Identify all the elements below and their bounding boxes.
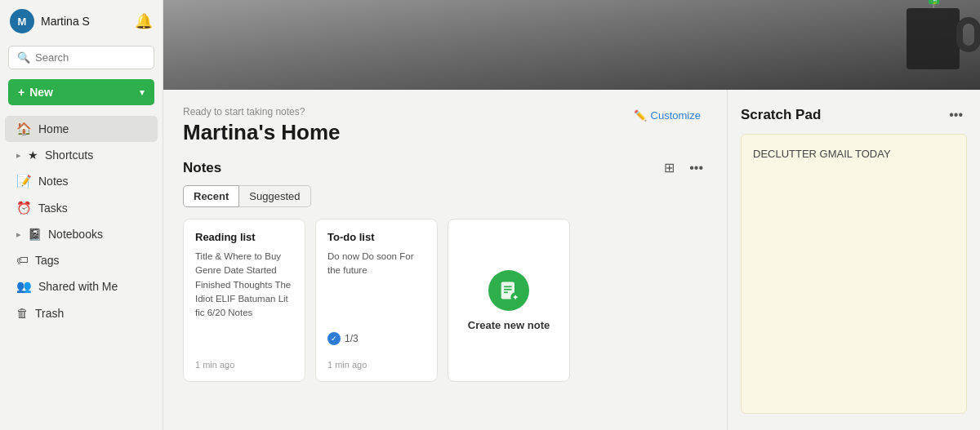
notes-grid: Reading list Title & Where to Buy Genre … — [183, 219, 707, 382]
svg-rect-0 — [163, 0, 980, 90]
checkbox-progress: 1/3 — [345, 333, 359, 344]
sidebar-item-trash-label: Trash — [35, 307, 64, 320]
shared-icon: 👥 — [16, 279, 32, 294]
sidebar-item-home[interactable]: 🏠 Home — [5, 116, 158, 142]
bell-icon[interactable]: 🔔 — [135, 12, 153, 30]
hero-banner: 🍃 — [163, 0, 980, 90]
notes-tabs: Recent Suggested — [183, 185, 707, 207]
new-plus-icon: + — [18, 86, 24, 99]
sidebar-item-tasks[interactable]: ⏰ Tasks — [5, 195, 158, 221]
customize-icon: ✏️ — [634, 109, 647, 122]
sidebar-item-notes-label: Notes — [38, 175, 69, 188]
notebooks-chevron-icon: ▸ — [16, 229, 21, 240]
sidebar: M Martina S 🔔 🔍 + New ▾ 🏠 Home ▸ ★ Short… — [0, 0, 163, 430]
page-subtitle: Ready to start taking notes? — [183, 106, 341, 117]
notes-section-title: Notes — [183, 160, 221, 176]
create-note-icon — [488, 270, 529, 311]
sidebar-item-trash[interactable]: 🗑 Trash — [5, 300, 158, 326]
note-timestamp-reading-list: 1 min ago — [195, 360, 293, 370]
search-input[interactable] — [35, 51, 145, 64]
sidebar-item-shared-label: Shared with Me — [38, 280, 118, 293]
hero-banner-image: 🍃 — [163, 0, 980, 90]
checkbox-icon: ✓ — [327, 332, 341, 345]
note-timestamp-todo-list: 1 min ago — [327, 360, 425, 370]
sidebar-header: M Martina S 🔔 — [0, 0, 163, 42]
note-content-todo-list: Do now Do soon For the future — [327, 250, 425, 291]
new-button-chevron-icon: ▾ — [140, 87, 145, 98]
scratch-pad-content[interactable]: DECLUTTER GMAIL TODAY — [741, 134, 967, 414]
shortcuts-chevron-icon: ▸ — [16, 150, 21, 161]
customize-label: Customize — [651, 109, 701, 122]
avatar: M — [10, 9, 34, 33]
page-header: Ready to start taking notes? Martina's H… — [183, 106, 707, 145]
notes-section: Ready to start taking notes? Martina's H… — [163, 90, 727, 430]
scratch-pad-more-button[interactable]: ••• — [945, 106, 967, 124]
user-name: Martina S — [41, 15, 90, 28]
sidebar-item-notes[interactable]: 📝 Notes — [5, 168, 158, 194]
note-title-todo-list: To-do list — [327, 231, 425, 243]
sidebar-nav: 🏠 Home ▸ ★ Shortcuts 📝 Notes ⏰ Tasks ▸ 📓… — [0, 112, 163, 430]
create-new-note-label: Create new note — [468, 319, 550, 331]
sidebar-item-shortcuts-label: Shortcuts — [45, 149, 93, 162]
search-icon: 🔍 — [17, 51, 30, 64]
sidebar-item-notebooks[interactable]: ▸ 📓 Notebooks — [5, 222, 158, 246]
sidebar-item-tags[interactable]: 🏷 Tags — [5, 247, 158, 273]
hero-svg: 🍃 — [163, 0, 980, 90]
notes-section-header: Notes ⊞ ••• — [183, 158, 707, 177]
tab-recent[interactable]: Recent — [183, 185, 239, 207]
scratch-pad-title: Scratch Pad — [741, 107, 821, 123]
tab-suggested[interactable]: Suggested — [239, 185, 310, 207]
customize-button[interactable]: ✏️ Customize — [627, 106, 707, 125]
notes-more-button[interactable]: ••• — [685, 159, 707, 177]
sidebar-item-tasks-label: Tasks — [38, 202, 68, 215]
tags-icon: 🏷 — [16, 253, 29, 267]
content-area: Ready to start taking notes? Martina's H… — [163, 90, 980, 430]
create-new-note-card[interactable]: Create new note — [448, 219, 570, 382]
svg-rect-1 — [906, 8, 960, 69]
page-header-left: Ready to start taking notes? Martina's H… — [183, 106, 341, 145]
note-content-reading-list: Title & Where to Buy Genre Date Started … — [195, 250, 293, 352]
search-bar[interactable]: 🔍 — [8, 46, 154, 69]
sidebar-item-shortcuts[interactable]: ▸ ★ Shortcuts — [5, 143, 158, 167]
sidebar-item-shared[interactable]: 👥 Shared with Me — [5, 273, 158, 299]
notes-icon: 📝 — [16, 174, 32, 188]
new-button-label: New — [29, 86, 53, 99]
notebooks-icon: 📓 — [28, 228, 42, 241]
new-button[interactable]: + New ▾ — [8, 79, 154, 105]
note-title-reading-list: Reading list — [195, 231, 293, 243]
trash-icon: 🗑 — [16, 306, 29, 320]
page-title: Martina's Home — [183, 120, 341, 145]
home-icon: 🏠 — [16, 122, 32, 136]
note-card-reading-list[interactable]: Reading list Title & Where to Buy Genre … — [183, 219, 305, 382]
scratch-pad-section: Scratch Pad ••• DECLUTTER GMAIL TODAY — [727, 90, 980, 430]
tasks-icon: ⏰ — [16, 201, 32, 215]
sidebar-item-notebooks-label: Notebooks — [48, 228, 103, 241]
sidebar-item-tags-label: Tags — [35, 254, 60, 267]
note-card-todo-list[interactable]: To-do list Do now Do soon For the future… — [315, 219, 438, 382]
scratch-pad-header: Scratch Pad ••• — [741, 106, 967, 124]
shortcuts-icon: ★ — [28, 149, 38, 162]
notes-grid-view-button[interactable]: ⊞ — [660, 158, 679, 177]
notes-section-actions: ⊞ ••• — [660, 158, 707, 177]
note-checkbox-row: ✓ 1/3 — [327, 332, 425, 345]
main-content: 🍃 Ready to start taking notes? Martina's… — [163, 0, 980, 430]
user-info[interactable]: M Martina S — [10, 9, 90, 33]
sidebar-item-home-label: Home — [38, 122, 69, 135]
